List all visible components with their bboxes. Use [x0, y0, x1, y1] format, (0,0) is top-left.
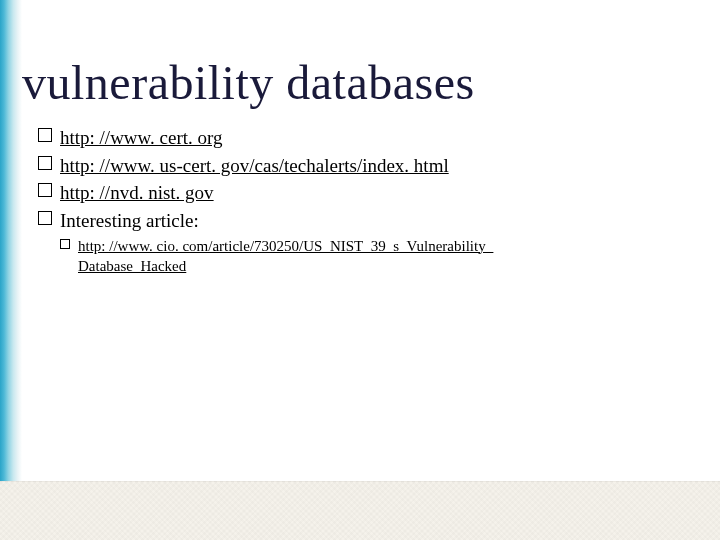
sub-link-line1: http: //www. cio. com/article/730250/US_…: [78, 238, 493, 254]
link-text[interactable]: http: //nvd. nist. gov: [60, 182, 214, 203]
slide: vulnerability databases http: //www. cer…: [0, 0, 720, 540]
bullet-icon: [38, 183, 52, 197]
list-item: http: //www. us-cert. gov/cas/techalerts…: [38, 153, 700, 179]
sub-link-line2: Database_Hacked: [78, 258, 186, 274]
list-item: http: //nvd. nist. gov: [38, 180, 700, 206]
link-text[interactable]: http: //www. cio. com/article/730250/US_…: [78, 238, 493, 274]
link-text[interactable]: http: //www. us-cert. gov/cas/techalerts…: [60, 155, 449, 176]
bullet-icon: [60, 239, 70, 249]
bullet-icon: [38, 128, 52, 142]
list-item: http: //www. cert. org: [38, 125, 700, 151]
item-text: Interesting article:: [60, 210, 199, 231]
slide-title: vulnerability databases: [22, 55, 475, 110]
left-gradient-strip: [0, 0, 22, 540]
bottom-texture-band: [0, 481, 720, 540]
sub-list-item: http: //www. cio. com/article/730250/US_…: [60, 236, 700, 277]
list-item: Interesting article:: [38, 208, 700, 234]
bullet-icon: [38, 156, 52, 170]
bullet-icon: [38, 211, 52, 225]
slide-body: http: //www. cert. org http: //www. us-c…: [38, 125, 700, 276]
link-text[interactable]: http: //www. cert. org: [60, 127, 223, 148]
